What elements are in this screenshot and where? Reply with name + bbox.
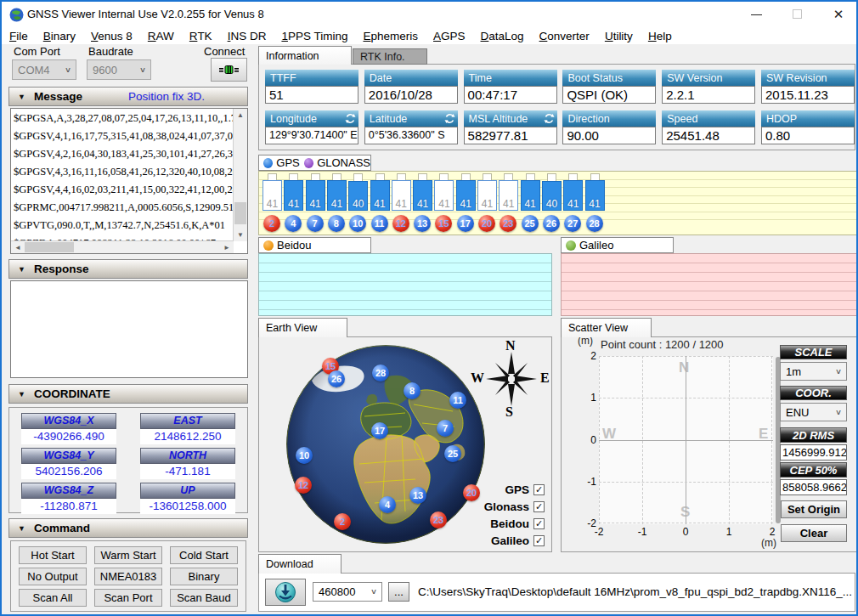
refresh-icon[interactable] bbox=[345, 113, 356, 124]
x-axis-tick: -2 bbox=[590, 526, 608, 538]
menu-item-datalog[interactable]: DataLog bbox=[473, 30, 532, 42]
checkbox-gps[interactable]: ✓ bbox=[533, 484, 545, 495]
scatter-plot: N S W E bbox=[599, 356, 773, 524]
clear-button[interactable]: Clear bbox=[781, 524, 847, 542]
snr-value: 40 bbox=[542, 198, 562, 210]
menu-item-raw[interactable]: RAW bbox=[140, 30, 182, 42]
collapse-triangle-icon: ▼ bbox=[18, 524, 25, 533]
satellite-slot: 4117 bbox=[456, 172, 476, 235]
vertical-scrollbar[interactable]: ▲ ▼ bbox=[233, 109, 247, 241]
beidou-legend-label: Beidou bbox=[277, 239, 311, 251]
coordinate-section-header[interactable]: ▼ COORDINATE bbox=[8, 384, 248, 404]
tab-scatter-view[interactable]: Scatter View bbox=[561, 318, 652, 337]
command-button-scan-all[interactable]: Scan All bbox=[19, 589, 87, 607]
info-label-text: Longitude bbox=[270, 113, 317, 125]
horizontal-scrollbar[interactable]: ◄ ► bbox=[11, 240, 234, 253]
command-button-no-output[interactable]: No Output bbox=[19, 568, 87, 585]
command-button-cold-start[interactable]: Cold Start bbox=[170, 546, 238, 564]
connect-button[interactable] bbox=[211, 58, 247, 82]
coor-select[interactable]: ENU ∨ bbox=[780, 403, 847, 421]
nmea-sentence: $GPGSA,A,3,28,27,08,07,25,04,17,26,13,11… bbox=[14, 110, 233, 127]
scrollbar-thumb[interactable] bbox=[25, 242, 74, 252]
refresh-icon[interactable] bbox=[544, 113, 555, 124]
browse-button[interactable]: ... bbox=[388, 582, 409, 602]
menu-item-rtk[interactable]: RTK bbox=[182, 30, 220, 42]
checkbox-glonass[interactable]: ✓ bbox=[533, 501, 545, 512]
coordinate-cell-up: UP-13601258.000 bbox=[140, 483, 235, 517]
download-baud-value: 460800 bbox=[319, 585, 355, 598]
beidou-dot-icon bbox=[263, 240, 274, 251]
chevron-down-icon: ∨ bbox=[65, 65, 76, 74]
download-button[interactable] bbox=[265, 579, 306, 606]
coor-header-label: COOR. bbox=[795, 387, 832, 399]
scale-select[interactable]: 1m ∨ bbox=[780, 362, 847, 381]
command-button-scan-port[interactable]: Scan Port bbox=[94, 589, 162, 607]
connect-label: Connect bbox=[204, 45, 245, 58]
command-button-nmea0183[interactable]: NMEA0183 bbox=[94, 568, 162, 585]
galileo-legend: Galileo bbox=[561, 237, 674, 253]
menu-item-converter[interactable]: Converter bbox=[532, 30, 597, 42]
rms-value: 1456999.912 bbox=[780, 444, 847, 461]
coordinate-label: WGS84_Y bbox=[21, 448, 116, 464]
scrollbar-thumb[interactable] bbox=[234, 202, 246, 224]
baudrate-select[interactable]: 9600 ∨ bbox=[87, 59, 151, 80]
scroll-down-icon[interactable]: ▼ bbox=[234, 231, 247, 239]
constellation-checkboxes: GPS✓Glonass✓Beidou✓Galileo✓ bbox=[462, 481, 545, 549]
command-button-warm-start[interactable]: Warm Start bbox=[94, 546, 162, 564]
tab-download[interactable]: Download bbox=[258, 554, 342, 574]
command-button-scan-baud[interactable]: Scan Baud bbox=[170, 589, 238, 607]
menu-item-help[interactable]: Help bbox=[641, 30, 680, 42]
baudrate-value: 9600 bbox=[93, 64, 117, 76]
info-field-value-hdop: 0.80 bbox=[761, 127, 855, 144]
menu-item-utility[interactable]: Utility bbox=[597, 30, 641, 42]
tab-information[interactable]: Information bbox=[258, 46, 352, 65]
scroll-up-icon[interactable]: ▲ bbox=[234, 111, 247, 119]
com-port-select[interactable]: COM4 ∨ bbox=[12, 59, 76, 80]
compass-south-label: S bbox=[505, 404, 513, 420]
satellite-id-ball: 13 bbox=[414, 215, 431, 232]
response-section-header[interactable]: ▼ Response bbox=[8, 259, 248, 279]
scroll-left-icon[interactable]: ◄ bbox=[14, 244, 22, 251]
compass-rose-icon bbox=[486, 352, 537, 406]
message-listbox[interactable]: $GPGSA,A,3,28,27,08,07,25,04,17,26,13,11… bbox=[10, 108, 248, 254]
tab-rtk-info[interactable]: RTK Info. bbox=[353, 48, 427, 65]
menu-item-agps[interactable]: AGPS bbox=[426, 30, 473, 42]
satellite-id-ball: 17 bbox=[457, 215, 474, 232]
chevron-down-icon: ∨ bbox=[370, 587, 381, 596]
scale-value: 1m bbox=[786, 365, 801, 378]
menu-item-1pps-timing[interactable]: 1PPS Timing bbox=[274, 30, 355, 42]
command-section-header[interactable]: ▼ Command bbox=[8, 518, 248, 538]
command-button-hot-start[interactable]: Hot Start bbox=[19, 546, 87, 564]
gridline-horizontal bbox=[599, 523, 773, 523]
close-button[interactable]: ✕ bbox=[824, 3, 853, 25]
checkbox-label: Beidou bbox=[490, 517, 529, 530]
info-label-text: HDOP bbox=[766, 113, 797, 125]
scroll-right-icon[interactable]: ► bbox=[223, 244, 231, 251]
set-origin-button[interactable]: Set Origin bbox=[781, 500, 847, 518]
checkbox-beidou[interactable]: ✓ bbox=[533, 518, 545, 529]
menu-item-binary[interactable]: Binary bbox=[36, 30, 83, 42]
coordinate-cell-north: NORTH-471.181 bbox=[140, 448, 235, 483]
refresh-icon[interactable] bbox=[444, 113, 455, 124]
checkbox-galileo[interactable]: ✓ bbox=[533, 535, 545, 546]
download-baud-select[interactable]: 460800 ∨ bbox=[313, 582, 382, 602]
coordinate-value: 2148612.250 bbox=[140, 429, 235, 444]
message-section-header[interactable]: ▼ Message Position fix 3D. bbox=[8, 87, 248, 106]
satellite-id-ball: 25 bbox=[522, 215, 539, 232]
snr-value: 41 bbox=[370, 198, 390, 210]
menu-item-ephemeris[interactable]: Ephemeris bbox=[355, 30, 426, 42]
info-label-text: TTFF bbox=[270, 72, 296, 84]
satellite-slot: 417 bbox=[306, 172, 325, 235]
maximize-button[interactable] bbox=[783, 3, 812, 25]
response-listbox[interactable] bbox=[10, 280, 248, 378]
y-axis-tick: -1 bbox=[574, 476, 596, 488]
scale-header-label: SCALE bbox=[794, 346, 832, 359]
menu-item-file[interactable]: File bbox=[2, 30, 36, 42]
minimize-button[interactable] bbox=[742, 3, 771, 25]
menu-item-ins-dr[interactable]: INS DR bbox=[220, 30, 274, 42]
command-button-binary[interactable]: Binary bbox=[170, 568, 238, 585]
nmea-sentence: $GPGSV,4,1,16,17,75,315,41,08,38,024,41,… bbox=[14, 127, 233, 145]
tab-earth-view[interactable]: Earth View bbox=[258, 318, 347, 337]
menu-item-venus-8[interactable]: Venus 8 bbox=[83, 30, 140, 42]
collapse-triangle-icon: ▼ bbox=[18, 93, 25, 101]
